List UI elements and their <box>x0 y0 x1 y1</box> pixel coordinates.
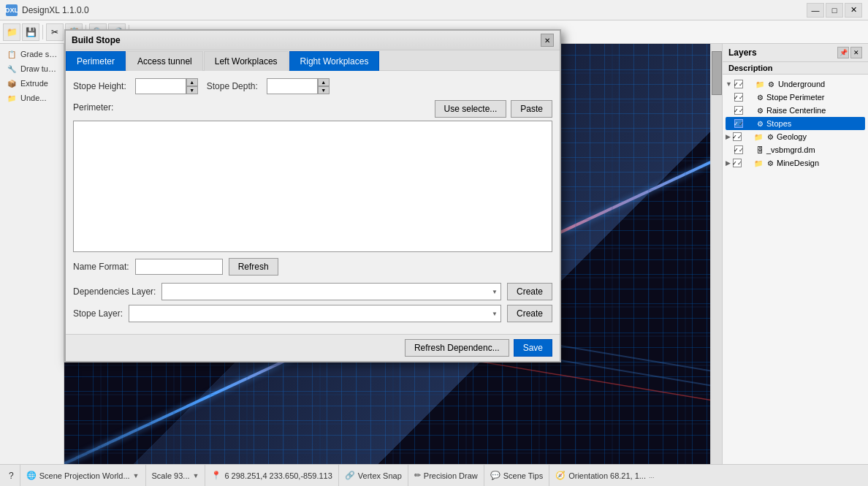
stope-height-down[interactable]: ▼ <box>186 86 198 94</box>
toolbar-btn-2[interactable]: 💾 <box>22 23 39 41</box>
perimeter-actions: Use selecte... Paste <box>435 100 552 118</box>
sidebar-label-under: Unde... <box>20 94 46 102</box>
stope-depth-down[interactable]: ▼ <box>318 86 330 94</box>
stope-depth-arrows: ▲ ▼ <box>318 78 330 94</box>
stope-layer-row: Stope Layer: ▼ Create <box>73 305 552 322</box>
close-button[interactable]: ✕ <box>845 3 862 18</box>
orientation-arrow: ... <box>649 472 655 479</box>
vsbmgrd-icon: 🗄 <box>755 145 765 155</box>
stopes-check[interactable]: ✓ <box>734 119 743 128</box>
dialog-titlebar: Build Stope ✕ <box>66 31 560 50</box>
build-stope-dialog: Build Stope ✕ Perimeter Access tunnel Le… <box>64 29 561 362</box>
vertex-snap-icon: 🔗 <box>345 471 355 480</box>
layer-item-stopes[interactable]: ✓ ⚙ Stopes <box>726 117 865 130</box>
stopes-icon: ⚙ <box>755 118 765 129</box>
layer-item-minedesign[interactable]: ▶ ✓ 📁 ⚙ MineDesign <box>726 156 865 170</box>
coord-icon: 📍 <box>211 471 221 480</box>
status-scene-projection[interactable]: 🌐 Scene Projection World... ▼ <box>20 465 146 486</box>
stope-depth-spinbox: 0.00 ▲ ▼ <box>267 78 330 94</box>
stope-depth-input[interactable]: 0.00 <box>267 78 318 94</box>
scene-projection-text: Scene Projection World... <box>39 471 130 480</box>
layers-title: Layers <box>728 48 757 58</box>
paste-button[interactable]: Paste <box>511 100 552 118</box>
sidebar-item-extrude[interactable]: 📦 Extrude <box>3 76 61 91</box>
stope-height-arrows: ▲ ▼ <box>186 78 198 94</box>
geology-gear-icon: ⚙ <box>765 132 775 142</box>
sidebar-label-draw-tunnel: Draw tunnel <box>20 64 58 73</box>
scene-tips-text: Scene Tips <box>503 471 543 480</box>
scene-projection-arrow: ▼ <box>133 472 140 479</box>
vertical-scroll-thumb[interactable] <box>712 51 722 95</box>
name-format-label: Name Format: <box>73 262 129 272</box>
name-format-row: Name Format: %p Refresh <box>73 258 552 276</box>
dialog-close-button[interactable]: ✕ <box>541 34 554 47</box>
use-selected-button[interactable]: Use selecte... <box>435 100 507 118</box>
underground-check[interactable]: ✓ <box>734 80 743 88</box>
layer-item-underground[interactable]: ▼ ✓ 📁 ⚙ Underground <box>726 77 865 91</box>
help-icon: ? <box>9 471 14 481</box>
create-dependencies-button[interactable]: Create <box>507 283 552 300</box>
precision-draw-icon: ✏ <box>414 471 421 480</box>
layer-item-stope-perimeter[interactable]: ✓ ⚙ Stope Perimeter <box>726 91 865 104</box>
layers-pin-button[interactable]: 📌 <box>837 47 849 58</box>
sidebar-item-draw-tunnel[interactable]: 🔧 Draw tunnel <box>3 61 61 76</box>
scale-arrow: ▼ <box>193 472 199 479</box>
status-precision-draw[interactable]: ✏ Precision Draw <box>408 465 484 486</box>
sidebar-item-grade-string[interactable]: 📋 Grade string <box>3 47 61 61</box>
maximize-button[interactable]: □ <box>826 3 843 18</box>
dependencies-layer-row: Dependencies Layer: ▼ Create <box>73 283 552 300</box>
layers-close-button[interactable]: ✕ <box>850 47 862 58</box>
perimeter-label: Perimeter: <box>73 102 113 113</box>
underground-folder-icon: 📁 <box>755 79 765 89</box>
layers-body[interactable]: ▼ ✓ 📁 ⚙ Underground ✓ ⚙ Stope Perimeter … <box>723 75 868 464</box>
status-bar: ? 🌐 Scene Projection World... ▼ Scale 93… <box>0 464 868 486</box>
vsbmgrd-check[interactable]: ✓ <box>734 145 743 154</box>
vertex-snap-text: Vertex Snap <box>358 471 402 480</box>
status-scene-tips[interactable]: 💬 Scene Tips <box>484 465 549 486</box>
scale-text: Scale 93... <box>152 471 190 480</box>
tab-left-workplaces[interactable]: Left Workplaces <box>204 51 289 71</box>
stope-height-input[interactable]: 0.00 <box>135 78 186 94</box>
refresh-dependencies-button[interactable]: Refresh Dependenc... <box>405 339 509 357</box>
raise-label: Raise Centerline <box>766 106 865 115</box>
orientation-icon: 🧭 <box>555 471 566 480</box>
stopes-label: Stopes <box>766 119 865 128</box>
layer-item-vsbmgrd[interactable]: ✓ 🗄 _vsbmgrd.dm <box>726 143 865 156</box>
tab-perimeter[interactable]: Perimeter <box>66 51 126 71</box>
geology-check[interactable]: ✓ <box>733 132 742 141</box>
dialog-footer: Refresh Dependenc... Save <box>66 334 560 361</box>
status-help[interactable]: ? <box>3 465 20 486</box>
create-stope-layer-button[interactable]: Create <box>507 305 552 322</box>
stope-layer-combo[interactable]: ▼ <box>129 305 501 322</box>
minimize-button[interactable]: — <box>807 3 824 18</box>
vertical-scrollbar[interactable] <box>710 44 722 464</box>
tab-right-workplaces[interactable]: Right Workplaces <box>289 51 380 71</box>
minedesign-folder-icon: 📁 <box>753 158 764 168</box>
status-vertex-snap[interactable]: 🔗 Vertex Snap <box>339 465 408 486</box>
underground-expand-icon: ▼ <box>726 80 732 88</box>
stope-depth-up[interactable]: ▲ <box>318 78 330 86</box>
grade-string-icon: 📋 <box>6 48 18 60</box>
minedesign-gear-icon: ⚙ <box>765 158 775 168</box>
minedesign-check[interactable]: ✓ <box>733 159 742 167</box>
stope-perimeter-check[interactable]: ✓ <box>734 93 743 102</box>
stope-layer-arrow: ▼ <box>492 311 498 317</box>
layers-description-header: Description <box>723 62 868 75</box>
stope-height-up[interactable]: ▲ <box>186 78 198 86</box>
refresh-button[interactable]: Refresh <box>229 258 278 276</box>
layer-item-geology[interactable]: ▶ ✓ 📁 ⚙ Geology <box>726 130 865 143</box>
raise-check[interactable]: ✓ <box>734 106 743 115</box>
tab-access-tunnel[interactable]: Access tunnel <box>126 51 203 71</box>
dialog-tabs: Perimeter Access tunnel Left Workplaces … <box>66 50 560 71</box>
save-button[interactable]: Save <box>514 339 552 357</box>
toolbar-btn-3[interactable]: ✂ <box>46 23 64 41</box>
perimeter-header-row: Perimeter: Use selecte... Paste <box>73 100 552 118</box>
toolbar-btn-1[interactable]: 📁 <box>3 23 20 41</box>
under-icon: 📁 <box>6 92 18 104</box>
layer-item-raise-centerline[interactable]: ✓ ⚙ Raise Centerline <box>726 104 865 117</box>
status-orientation[interactable]: 🧭 Orientation 68.21, 1... ... <box>549 465 660 486</box>
sidebar-item-under[interactable]: 📁 Unde... <box>3 91 61 105</box>
name-format-input[interactable]: %p <box>135 259 223 275</box>
status-scale[interactable]: Scale 93... ▼ <box>146 465 206 486</box>
dependencies-layer-combo[interactable]: ▼ <box>161 283 501 300</box>
